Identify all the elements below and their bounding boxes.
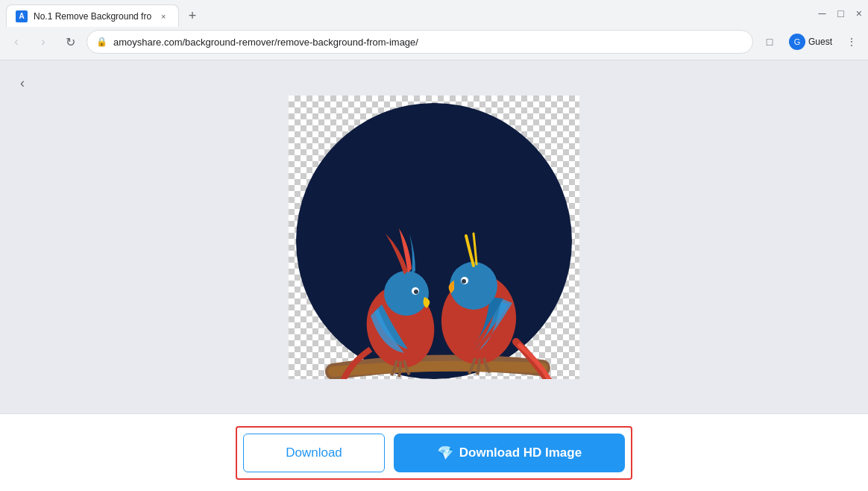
svg-point-5: [414, 290, 418, 294]
tab-title: No.1 Remove Background fro: [34, 11, 151, 22]
tab-favicon: A: [16, 10, 28, 22]
image-container: [289, 96, 579, 379]
url-text: amoyshare.com/background-remover/remove-…: [113, 37, 743, 48]
page-back-button[interactable]: ‹: [12, 72, 33, 93]
address-bar-row: ‹ › ↻ 🔒 amoyshare.com/background-remover…: [0, 27, 868, 60]
browser-actions: □ G Guest ⋮: [759, 31, 862, 52]
diamond-icon: 💎: [437, 445, 453, 461]
page-content: ‹: [0, 60, 868, 491]
maximize-button[interactable]: □: [837, 7, 843, 19]
refresh-button[interactable]: ↻: [60, 31, 81, 52]
svg-point-9: [462, 279, 466, 284]
tab-close-btn[interactable]: ×: [157, 10, 169, 22]
address-bar[interactable]: 🔒 amoyshare.com/background-remover/remov…: [87, 30, 753, 54]
profile-button[interactable]: G Guest: [783, 32, 838, 51]
window-controls: ─ □ ×: [818, 7, 862, 24]
action-bar: Download 💎 Download HD Image: [0, 413, 868, 491]
minimize-button[interactable]: ─: [818, 7, 825, 19]
lock-icon: 🔒: [96, 37, 107, 47]
processed-image: [289, 96, 579, 379]
extensions-button[interactable]: □: [759, 31, 780, 52]
svg-point-0: [296, 103, 572, 379]
close-window-button[interactable]: ×: [856, 7, 862, 19]
title-bar: A No.1 Remove Background fro × + ─ □ ×: [0, 0, 868, 27]
download-hd-label: Download HD Image: [459, 445, 582, 460]
profile-label: Guest: [808, 37, 832, 47]
svg-point-3: [384, 271, 429, 316]
download-button[interactable]: Download: [243, 434, 385, 472]
image-area: [0, 60, 868, 413]
menu-button[interactable]: ⋮: [841, 31, 862, 52]
browser-chrome: A No.1 Remove Background fro × + ─ □ × ‹…: [0, 0, 868, 60]
browser-tab[interactable]: A No.1 Remove Background fro ×: [6, 4, 179, 27]
svg-point-7: [450, 262, 497, 310]
forward-nav-button[interactable]: ›: [33, 31, 54, 52]
profile-icon: G: [789, 34, 805, 50]
new-tab-button[interactable]: +: [182, 5, 203, 26]
download-hd-button[interactable]: 💎 Download HD Image: [394, 434, 625, 472]
highlight-box: Download 💎 Download HD Image: [236, 426, 632, 480]
back-nav-button[interactable]: ‹: [6, 31, 27, 52]
